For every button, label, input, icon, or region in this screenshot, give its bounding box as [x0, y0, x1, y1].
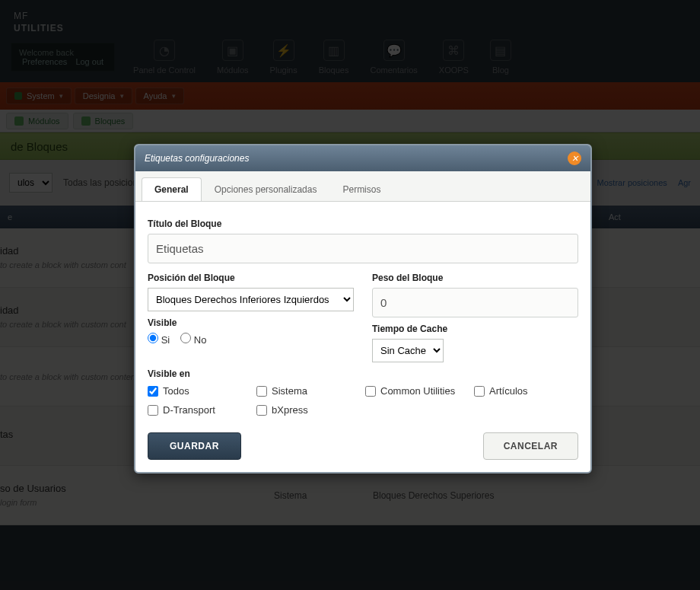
position-select[interactable]: Bloques Derechos Inferiores Izquierdos: [148, 288, 354, 311]
tab-custom-options[interactable]: Opciones personalizadas: [202, 177, 330, 201]
visible-radios: Si No: [148, 333, 354, 346]
modal-titlebar: Etiquetas configuraciones ✕: [135, 145, 590, 171]
label-weight: Peso del Bloque: [372, 273, 578, 283]
check-dtransport[interactable]: D-Transport: [148, 404, 252, 416]
modal-body: Título del Bloque Posición del Bloque Bl…: [135, 202, 590, 425]
tab-general[interactable]: General: [142, 177, 202, 201]
save-button[interactable]: GUARDAR: [148, 432, 241, 460]
label-cache: Tiempo de Cache: [372, 324, 578, 334]
visible-in-checks: Todos Sistema Common Utilities Artículos…: [148, 385, 578, 416]
cache-select[interactable]: Sin Cache: [372, 339, 444, 362]
block-title-input[interactable]: [148, 234, 578, 263]
check-articulos[interactable]: Artículos: [474, 385, 578, 397]
radio-visible-no[interactable]: No: [180, 333, 206, 346]
label-visible: Visible: [148, 317, 354, 328]
label-visible-in: Visible en: [148, 368, 578, 379]
weight-input[interactable]: [372, 288, 578, 317]
check-todos[interactable]: Todos: [148, 385, 252, 397]
modal-footer: GUARDAR CANCELAR: [135, 425, 590, 472]
label-position: Posición del Bloque: [148, 273, 354, 283]
check-common[interactable]: Common Utilities: [365, 385, 469, 397]
modal-title-text: Etiquetas configuraciones: [145, 153, 249, 164]
cancel-button[interactable]: CANCELAR: [483, 432, 578, 460]
tab-permissions[interactable]: Permisos: [329, 177, 393, 201]
close-icon[interactable]: ✕: [568, 151, 581, 165]
block-settings-modal: Etiquetas configuraciones ✕ General Opci…: [134, 144, 592, 474]
label-block-title: Título del Bloque: [148, 218, 578, 229]
radio-visible-yes[interactable]: Si: [148, 333, 170, 346]
modal-tabs: General Opciones personalizadas Permisos: [135, 171, 590, 202]
check-sistema[interactable]: Sistema: [256, 385, 361, 397]
check-bxpress[interactable]: bXpress: [256, 404, 361, 416]
